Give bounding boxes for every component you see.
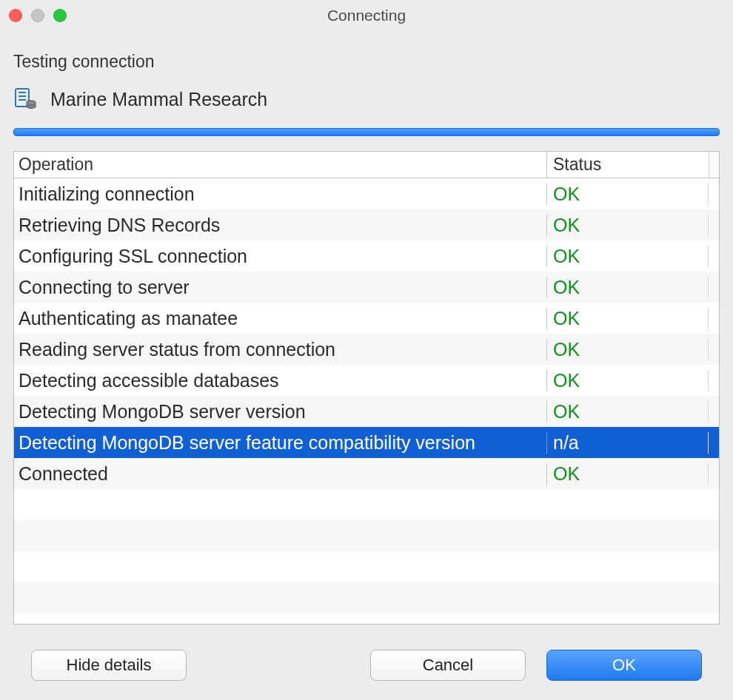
svg-point-5 <box>27 105 36 108</box>
cancel-button[interactable]: Cancel <box>370 650 526 681</box>
table-row[interactable]: Retrieving DNS RecordsOK <box>14 209 719 240</box>
cell-status: OK <box>547 308 709 329</box>
cell-status: OK <box>547 277 709 298</box>
close-window-button[interactable] <box>9 9 22 22</box>
table-row[interactable]: Initializing connectionOK <box>14 178 719 209</box>
hide-details-button[interactable]: Hide details <box>31 650 187 681</box>
column-header-status[interactable]: Status <box>547 152 709 178</box>
table-row[interactable]: Detecting accessible databasesOK <box>14 365 719 396</box>
table-header: Operation Status <box>14 152 719 178</box>
database-icon <box>15 88 37 110</box>
cell-operation: Initializing connection <box>14 184 547 205</box>
cell-operation: Detecting accessible databases <box>14 370 547 391</box>
table-row[interactable]: Configuring SSL connectionOK <box>14 240 719 272</box>
cell-status: OK <box>547 246 709 267</box>
table-row[interactable]: Authenticating as manateeOK <box>14 303 719 334</box>
table-row <box>14 551 719 582</box>
cell-status: OK <box>547 370 709 391</box>
cell-operation: Configuring SSL connection <box>14 246 547 267</box>
minimize-window-button[interactable] <box>31 9 44 22</box>
cell-operation: Authenticating as manatee <box>14 308 547 329</box>
table-row[interactable]: Detecting MongoDB server versionOK <box>14 396 719 427</box>
cell-operation: Connected <box>14 463 547 485</box>
connection-name: Marine Mammal Research <box>50 89 267 110</box>
titlebar: Connecting <box>0 0 733 31</box>
cell-operation: Retrieving DNS Records <box>14 215 547 236</box>
table-row <box>14 489 719 520</box>
operations-table: Operation Status Initializing connection… <box>13 151 720 625</box>
cell-status: OK <box>547 463 709 485</box>
ok-button[interactable]: OK <box>546 650 702 681</box>
dialog-heading: Testing connection <box>13 52 720 72</box>
table-body: Initializing connectionOKRetrieving DNS … <box>14 178 719 624</box>
dialog-content: Testing connection Marine Mammal Researc… <box>0 31 733 690</box>
zoom-window-button[interactable] <box>53 9 67 22</box>
table-row[interactable]: Connecting to serverOK <box>14 272 719 303</box>
dialog-footer: Hide details Cancel OK <box>13 625 720 681</box>
cell-status: OK <box>547 401 709 423</box>
progress-bar <box>13 128 720 136</box>
column-header-operation[interactable]: Operation <box>14 152 547 178</box>
table-row[interactable]: Reading server status from connectionOK <box>14 334 719 365</box>
cell-status: OK <box>547 215 709 236</box>
cell-operation: Detecting MongoDB server version <box>14 401 547 423</box>
window-title: Connecting <box>0 7 733 24</box>
cell-status: OK <box>547 184 709 205</box>
cell-operation: Detecting MongoDB server feature compati… <box>14 432 547 454</box>
traffic-lights <box>9 9 67 22</box>
cell-status: OK <box>547 339 709 360</box>
connection-row: Marine Mammal Research <box>13 88 720 110</box>
scrollbar-gutter <box>709 152 719 178</box>
table-row <box>14 582 719 613</box>
cell-operation: Connecting to server <box>14 277 547 298</box>
table-row <box>14 520 719 551</box>
cell-status: n/a <box>547 432 709 454</box>
cell-operation: Reading server status from connection <box>14 339 547 360</box>
table-row[interactable]: ConnectedOK <box>14 458 719 489</box>
table-row[interactable]: Detecting MongoDB server feature compati… <box>14 427 719 458</box>
